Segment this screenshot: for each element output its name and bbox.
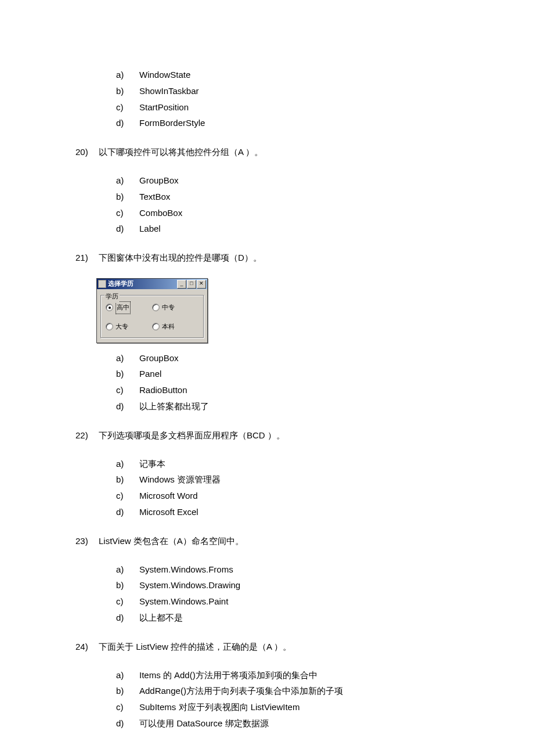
option-item: b) ShowInTaskbar <box>116 83 459 99</box>
window-buttons: _ □ ✕ <box>177 280 206 289</box>
option-text: RadioButton <box>139 382 187 398</box>
option-text: 记事本 <box>139 456 165 472</box>
option-item: a) GroupBox <box>116 350 459 366</box>
option-text: GroupBox <box>139 172 179 189</box>
q21-options: a) GroupBox b) Panel c) RadioButton d) 以… <box>116 350 459 415</box>
q20-options: a) GroupBox b) TextBox c) ComboBox d) La… <box>116 172 459 237</box>
q21-figure: 选择学历 _ □ ✕ 学历 高中 <box>96 278 459 343</box>
option-letter: d) <box>116 610 129 626</box>
option-item: a) GroupBox <box>116 172 459 189</box>
radio-grid: 高中 中专 大专 本科 <box>106 301 199 333</box>
option-letter: a) <box>116 561 129 578</box>
option-item: d) 以上答案都出现了 <box>116 398 459 415</box>
dialog-window: 选择学历 _ □ ✕ 学历 高中 <box>96 278 208 343</box>
option-text: System.Windows.Paint <box>139 593 228 610</box>
close-button[interactable]: ✕ <box>197 280 206 289</box>
option-item: d) 以上都不是 <box>116 610 459 626</box>
option-letter: c) <box>116 488 129 504</box>
option-text: Microsoft Word <box>139 488 198 504</box>
radio-icon <box>152 304 160 311</box>
question-number: 21) <box>75 250 92 265</box>
option-letter: a) <box>116 172 129 189</box>
q24-options: a) Items 的 Add()方法用于将项添加到项的集合中 b) AddRan… <box>116 667 459 732</box>
dialog-title-left: 选择学历 <box>98 278 134 290</box>
option-text: GroupBox <box>139 350 179 366</box>
option-item: c) StartPosition <box>116 99 459 116</box>
radio-label: 大专 <box>116 321 128 333</box>
option-text: System.Windows.Drawing <box>139 577 240 593</box>
question-number: 20) <box>75 144 92 160</box>
option-letter: d) <box>116 221 129 237</box>
question-number: 24) <box>75 639 92 654</box>
option-text: AddRange()方法用于向列表子项集合中添加新的子项 <box>139 683 343 699</box>
option-item: c) System.Windows.Paint <box>116 593 459 610</box>
option-text: WindowState <box>139 67 190 83</box>
question-number: 23) <box>75 533 92 549</box>
option-letter: b) <box>116 577 129 593</box>
option-letter: a) <box>116 350 129 366</box>
option-text: Microsoft Excel <box>139 504 199 520</box>
option-item: c) RadioButton <box>116 382 459 398</box>
radio-icon <box>152 323 160 330</box>
dialog-title: 选择学历 <box>108 278 134 290</box>
question-text: ListView 类包含在（A）命名空间中。 <box>99 533 244 549</box>
option-letter: a) <box>116 667 129 683</box>
option-text: 以上答案都出现了 <box>139 398 209 415</box>
document-page: a) WindowState b) ShowInTaskbar c) Start… <box>0 0 534 756</box>
option-letter: d) <box>116 115 129 131</box>
option-text: TextBox <box>139 189 170 205</box>
option-text: System.Windows.Froms <box>139 561 233 578</box>
q21-stem: 21) 下图窗体中没有出现的控件是哪项（D）。 <box>75 250 459 265</box>
option-item: b) System.Windows.Drawing <box>116 577 459 593</box>
option-text: Windows 资源管理器 <box>139 471 221 488</box>
option-letter: d) <box>116 504 129 520</box>
q20-stem: 20) 以下哪项控件可以将其他控件分组（A ）。 <box>75 144 459 160</box>
option-letter: d) <box>116 715 129 732</box>
option-item: b) Panel <box>116 366 459 382</box>
option-text: Label <box>139 221 161 237</box>
option-text: ShowInTaskbar <box>139 83 199 99</box>
question-text: 下面关于 ListView 控件的描述，正确的是（A ）。 <box>99 639 291 654</box>
q23-options: a) System.Windows.Froms b) System.Window… <box>116 561 459 626</box>
option-item: d) Label <box>116 221 459 237</box>
option-item: b) AddRange()方法用于向列表子项集合中添加新的子项 <box>116 683 459 699</box>
option-item: c) Microsoft Word <box>116 488 459 504</box>
option-item: a) System.Windows.Froms <box>116 561 459 578</box>
option-item: c) SubItems 对应于列表视图向 ListViewItem <box>116 699 459 715</box>
question-text: 下列选项哪项是多文档界面应用程序（BCD ）。 <box>99 427 285 443</box>
option-letter: b) <box>116 683 129 699</box>
radio-label: 中专 <box>162 302 175 314</box>
radio-dazhuan[interactable]: 大专 <box>106 321 152 333</box>
minimize-button[interactable]: _ <box>177 280 186 289</box>
option-letter: b) <box>116 189 129 205</box>
option-text: Items 的 Add()方法用于将项添加到项的集合中 <box>139 667 317 683</box>
question-text: 以下哪项控件可以将其他控件分组（A ）。 <box>99 144 263 160</box>
maximize-button[interactable]: □ <box>187 280 196 289</box>
option-item: c) ComboBox <box>116 205 459 221</box>
option-letter: c) <box>116 99 129 116</box>
option-letter: b) <box>116 83 129 99</box>
q24-stem: 24) 下面关于 ListView 控件的描述，正确的是（A ）。 <box>75 639 459 654</box>
radio-zhongzhuan[interactable]: 中专 <box>152 301 199 314</box>
option-letter: c) <box>116 205 129 221</box>
question-number: 22) <box>75 427 92 443</box>
option-item: a) Items 的 Add()方法用于将项添加到项的集合中 <box>116 667 459 683</box>
option-item: d) FormBorderStyle <box>116 115 459 131</box>
q22-options: a) 记事本 b) Windows 资源管理器 c) Microsoft Wor… <box>116 456 459 520</box>
radio-icon <box>106 304 113 311</box>
option-letter: d) <box>116 398 129 415</box>
radio-benke[interactable]: 本科 <box>152 321 199 333</box>
option-letter: b) <box>116 366 129 382</box>
option-letter: b) <box>116 471 129 488</box>
radio-label: 本科 <box>162 321 175 333</box>
option-item: b) Windows 资源管理器 <box>116 471 459 488</box>
form-icon <box>98 280 106 288</box>
option-letter: c) <box>116 699 129 715</box>
q19-options: a) WindowState b) ShowInTaskbar c) Start… <box>116 67 459 131</box>
option-text: Panel <box>139 366 161 382</box>
option-text: FormBorderStyle <box>139 115 205 131</box>
option-text: 可以使用 DataSource 绑定数据源 <box>139 715 269 732</box>
radio-label: 高中 <box>116 301 131 314</box>
q22-stem: 22) 下列选项哪项是多文档界面应用程序（BCD ）。 <box>75 427 459 443</box>
radio-highschool[interactable]: 高中 <box>106 301 152 314</box>
